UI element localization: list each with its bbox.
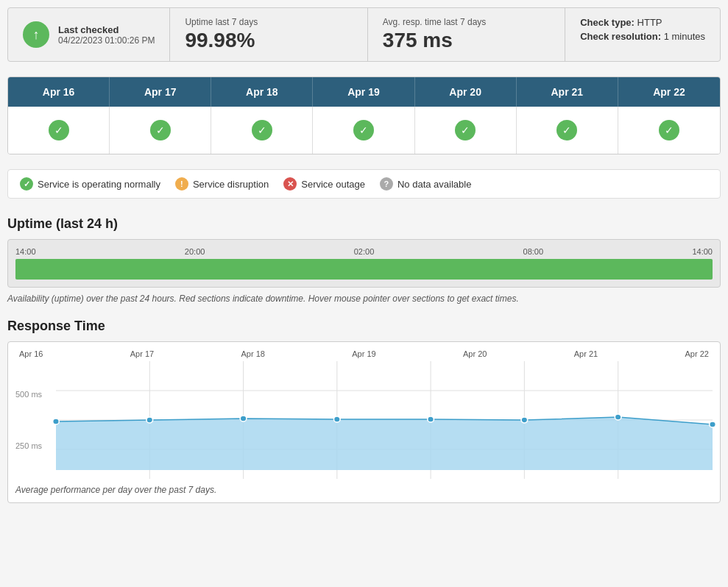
avg-resp-stat: Avg. resp. time last 7 days 375 ms — [368, 8, 565, 61]
status-ok-icon: ✓ — [659, 120, 679, 140]
check-info: Check type: HTTP Check resolution: 1 min… — [565, 8, 720, 61]
last-checked-stat: Last checked 04/22/2023 01:00:26 PM — [8, 8, 170, 61]
svg-point-14 — [428, 416, 434, 422]
response-x-labels: Apr 16Apr 17Apr 18Apr 19Apr 20Apr 21Apr … — [15, 349, 713, 358]
response-x-label: Apr 16 — [19, 349, 43, 358]
response-section: Response Time Apr 16Apr 17Apr 18Apr 19Ap… — [7, 319, 721, 503]
svg-point-16 — [615, 414, 621, 420]
response-chart-wrap: Apr 16Apr 17Apr 18Apr 19Apr 20Apr 21Apr … — [7, 341, 721, 503]
stats-bar: Last checked 04/22/2023 01:00:26 PM Upti… — [7, 7, 721, 62]
uptime-time-label: 20:00 — [185, 247, 205, 256]
legend-item: ?No data available — [380, 177, 471, 191]
uptime-chart-wrap: 14:0020:0002:0008:0014:00 — [7, 239, 721, 288]
response-x-label: Apr 19 — [352, 349, 375, 358]
calendar-body-cell: ✓ — [211, 107, 313, 154]
uptime-section: Uptime (last 24 h) 14:0020:0002:0008:001… — [7, 216, 721, 304]
legend-label: No data available — [397, 179, 471, 190]
legend-item: ✕Service outage — [283, 177, 365, 191]
legend: ✓Service is operating normally!Service d… — [7, 169, 721, 199]
uptime-label: Uptime last 7 days — [185, 17, 352, 27]
calendar-header-cell: Apr 21 — [517, 77, 618, 107]
uptime-title: Uptime (last 24 h) — [7, 216, 721, 232]
response-x-label: Apr 21 — [574, 349, 598, 358]
svg-point-13 — [333, 416, 340, 422]
uptime-time-label: 02:00 — [354, 247, 375, 256]
uptime-time-label: 08:00 — [523, 247, 544, 256]
uptime-bar — [15, 259, 713, 280]
status-ok-icon: ✓ — [353, 120, 374, 140]
legend-label: Service disruption — [193, 179, 269, 190]
check-resolution-label: Check resolution: — [580, 31, 661, 42]
calendar-body-cell: ✓ — [110, 107, 211, 154]
calendar-body-cell: ✓ — [517, 107, 618, 154]
response-x-label: Apr 20 — [463, 349, 487, 358]
check-resolution-value: 1 minutes — [664, 31, 705, 42]
status-ok-icon: ✓ — [49, 120, 69, 140]
uptime-bar-fill — [15, 259, 713, 280]
response-x-label: Apr 22 — [685, 349, 709, 358]
uptime-caption: Availability (uptime) over the past 24 h… — [7, 294, 721, 304]
response-chart-area: 500 ms250 ms — [15, 361, 713, 479]
uptime-value: 99.98% — [185, 29, 352, 52]
check-type-row: Check type: HTTP — [580, 17, 705, 28]
legend-icon-green: ✓ — [20, 177, 33, 191]
uptime-stat: Uptime last 7 days 99.98% — [170, 8, 367, 61]
calendar-header-cell: Apr 22 — [618, 77, 720, 107]
check-type-value: HTTP — [637, 17, 662, 28]
legend-icon-yellow: ! — [175, 177, 188, 191]
up-icon — [23, 21, 49, 48]
status-ok-icon: ✓ — [455, 120, 476, 140]
legend-label: Service outage — [301, 179, 365, 190]
legend-item: ✓Service is operating normally — [20, 177, 160, 191]
last-checked-label: Last checked — [58, 24, 155, 35]
legend-label: Service is operating normally — [38, 179, 160, 190]
status-ok-icon: ✓ — [252, 120, 272, 140]
legend-icon-red: ✕ — [283, 177, 297, 191]
calendar-body-cell: ✓ — [415, 107, 517, 154]
svg-point-12 — [240, 416, 247, 421]
status-ok-icon: ✓ — [150, 120, 171, 140]
calendar-body-cell: ✓ — [313, 107, 414, 154]
response-y-label: 250 ms — [15, 441, 56, 450]
calendar-header-cell: Apr 17 — [110, 77, 211, 107]
legend-item: !Service disruption — [175, 177, 269, 191]
calendar-header: Apr 16Apr 17Apr 18Apr 19Apr 20Apr 21Apr … — [8, 77, 720, 107]
check-resolution-row: Check resolution: 1 minutes — [580, 31, 705, 42]
response-caption: Average performance per day over the pas… — [15, 485, 713, 502]
calendar-header-cell: Apr 19 — [313, 77, 414, 107]
svg-point-11 — [146, 417, 153, 423]
svg-marker-9 — [56, 417, 713, 470]
response-x-label: Apr 18 — [241, 349, 265, 358]
svg-point-10 — [53, 419, 60, 424]
response-y-labels: 500 ms250 ms — [15, 361, 56, 479]
calendar-body: ✓✓✓✓✓✓✓ — [8, 107, 720, 154]
calendar-header-cell: Apr 20 — [415, 77, 517, 107]
check-type-label: Check type: — [580, 17, 635, 28]
last-checked-value: 04/22/2023 01:00:26 PM — [58, 35, 155, 46]
uptime-time-labels: 14:0020:0002:0008:0014:00 — [15, 247, 713, 256]
calendar-body-cell: ✓ — [618, 107, 720, 154]
calendar-section: Apr 16Apr 17Apr 18Apr 19Apr 20Apr 21Apr … — [7, 77, 721, 154]
calendar-header-cell: Apr 18 — [211, 77, 313, 107]
response-x-label: Apr 17 — [130, 349, 154, 358]
uptime-time-label: 14:00 — [15, 247, 36, 256]
calendar-body-cell: ✓ — [8, 107, 110, 154]
status-ok-icon: ✓ — [556, 120, 577, 140]
calendar-header-cell: Apr 16 — [8, 77, 110, 107]
response-title: Response Time — [7, 319, 721, 334]
uptime-time-label: 14:00 — [692, 247, 713, 256]
response-y-label: 500 ms — [15, 390, 56, 399]
avg-resp-value: 375 ms — [383, 29, 550, 52]
svg-point-17 — [710, 421, 716, 427]
chart-inner — [56, 361, 713, 479]
legend-icon-gray: ? — [380, 177, 393, 191]
response-svg — [56, 361, 713, 479]
avg-resp-label: Avg. resp. time last 7 days — [383, 17, 550, 27]
svg-point-15 — [521, 417, 528, 423]
